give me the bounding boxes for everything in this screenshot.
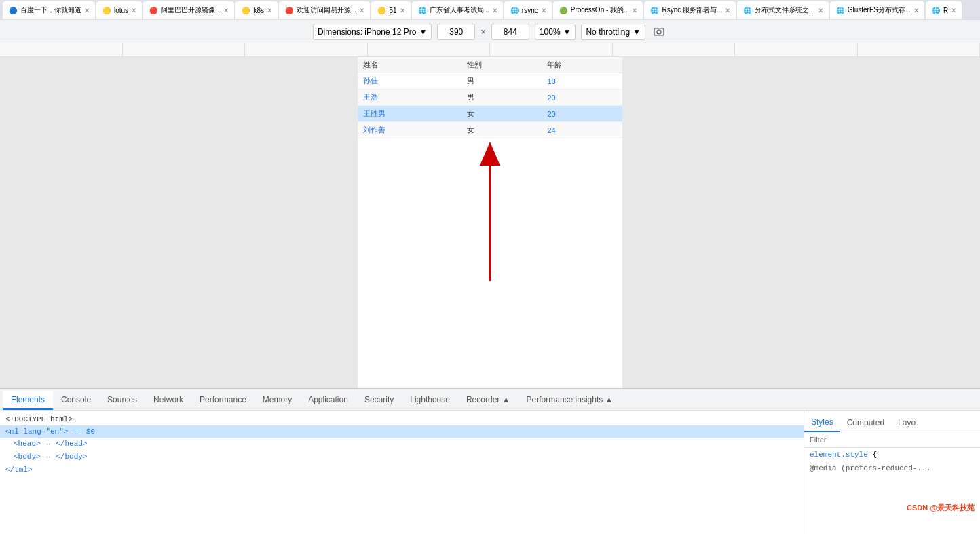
cell-age-3: 24 [542, 122, 622, 138]
tab-close-glusterfs[interactable]: ✕ [913, 7, 919, 14]
tab-memory[interactable]: Memory [255, 391, 300, 410]
devtools-toolbar: Dimensions: iPhone 12 Pro ▼ × 100% ▼ No … [0, 20, 980, 43]
phone-viewport: 姓名 性别 年龄 孙佳 男 18 王浩 男 20 王胜男 女 [358, 57, 622, 388]
tab-lighthouse[interactable]: Lighthouse [402, 391, 458, 410]
tab-sources[interactable]: Sources [99, 391, 145, 410]
tab-rsync[interactable]: 🌐 rsync ✕ [504, 1, 552, 19]
tab-guangdong[interactable]: 🌐 广东省人事考试局... ✕ [412, 1, 503, 19]
tab-close-r[interactable]: ✕ [951, 7, 956, 14]
tab-rsync2[interactable]: 🌐 Rsync 服务部署与... ✕ [644, 1, 736, 19]
tab-network[interactable]: Network [145, 391, 191, 410]
code-line-doctype: <!DOCTYPE html> [0, 413, 804, 425]
tab-close-alibaba[interactable]: ✕ [223, 7, 229, 14]
code-line-body[interactable]: <body> ↔ </body> [0, 451, 804, 463]
devtools-tabs: Elements Console Sources Network Perform… [0, 389, 980, 411]
tab-performance-insights-label: Performance insights ▲ [527, 395, 614, 404]
styles-filter-input[interactable] [810, 436, 975, 444]
red-arrow [470, 138, 510, 290]
throttling-select[interactable]: No throttling ▼ [581, 24, 645, 40]
code-line-head[interactable]: <head> ↔ </head> [0, 438, 804, 451]
tab-security-label: Security [364, 395, 394, 404]
devtools-styles-panel: Styles Computed Layo element.style { @me… [804, 411, 980, 534]
ruler-segment-3 [245, 43, 368, 56]
table-row: 孙佳 男 18 [358, 73, 622, 90]
tab-baidu[interactable]: 🔵 百度一下，你就知道 ✕ [3, 1, 95, 19]
tab-favicon-rsync2: 🌐 [649, 5, 659, 15]
width-input[interactable] [437, 24, 475, 40]
tab-r[interactable]: 🌐 R ✕ [926, 1, 962, 19]
col-header-name: 姓名 [358, 57, 461, 73]
tab-lotus[interactable]: 🟡 lotus ✕ [96, 1, 142, 19]
tab-console[interactable]: Console [53, 391, 99, 410]
tab-close-distributed[interactable]: ✕ [818, 7, 823, 14]
tab-distributed[interactable]: 🌐 分布式文件系统之... ✕ [737, 1, 828, 19]
height-input[interactable] [491, 24, 529, 40]
styles-filter-bar [804, 432, 980, 448]
tab-layout[interactable]: Layo [891, 413, 922, 432]
table-row-highlighted: 王胜男 女 20 [358, 106, 622, 122]
tab-favicon-k8s: 🟡 [241, 5, 250, 15]
tab-glusterfs[interactable]: 🌐 GlusterFS分布式存... ✕ [830, 1, 924, 19]
tab-favicon-rsync: 🌐 [510, 5, 519, 15]
dimensions-label: Dimensions: iPhone 12 Pro [318, 27, 416, 37]
dimensions-select[interactable]: Dimensions: iPhone 12 Pro ▼ [313, 24, 432, 40]
tab-favicon-baidu: 🔵 [8, 5, 18, 15]
tab-alibaba[interactable]: 🔴 阿里巴巴开源镜像... ✕ [143, 1, 234, 19]
ruler-segment-7 [735, 43, 858, 56]
cell-gender-3: 女 [461, 122, 542, 138]
devtools-content: <!DOCTYPE html> <ml lang="en"> == $0 <he… [0, 411, 980, 534]
tab-computed[interactable]: Computed [840, 413, 891, 432]
tab-close-rsync2[interactable]: ✕ [725, 7, 730, 14]
tab-label-lotus: lotus [114, 7, 128, 14]
tab-51[interactable]: 🟡 51 ✕ [371, 1, 410, 19]
tab-label-glusterfs: GlusterFS分布式存... [848, 5, 911, 15]
code-text-html: <ml lang="en"> == $0 [5, 425, 95, 438]
tab-application[interactable]: Application [300, 391, 356, 410]
tab-recorder-label: Recorder ▲ [466, 395, 510, 404]
tab-security[interactable]: Security [356, 391, 402, 410]
tab-wangyi[interactable]: 🔴 欢迎访问网易开源... ✕ [279, 1, 370, 19]
code-text-head: <head> ↔ </head> [14, 438, 87, 451]
tab-memory-label: Memory [263, 395, 292, 404]
code-line-html[interactable]: <ml lang="en"> == $0 [0, 425, 804, 438]
tab-close-processon[interactable]: ✕ [632, 7, 637, 14]
cell-gender-2: 女 [461, 106, 542, 122]
watermark: CSDN @景天科技苑 [907, 503, 975, 513]
ruler-segment-5 [490, 43, 613, 56]
zoom-select[interactable]: 100% ▼ [535, 24, 576, 40]
tab-close-k8s[interactable]: ✕ [267, 7, 272, 14]
zoom-chevron-icon: ▼ [563, 27, 571, 37]
tab-favicon-glusterfs: 🌐 [835, 5, 845, 15]
cell-name-2: 王胜男 [358, 106, 461, 122]
tab-performance-insights[interactable]: Performance insights ▲ [519, 391, 622, 410]
tab-label-r: R [943, 7, 948, 14]
tab-recorder[interactable]: Recorder ▲ [458, 391, 519, 410]
styles-media-text: @media (prefers-reduced-... [810, 464, 930, 472]
screenshot-icon[interactable] [651, 24, 667, 40]
tab-favicon-processon: 🟢 [559, 5, 568, 15]
cell-name-0: 孙佳 [358, 73, 461, 90]
tab-processon[interactable]: 🟢 ProcessOn - 我的... ✕ [553, 1, 643, 19]
tab-label-baidu: 百度一下，你就知道 [20, 5, 81, 15]
throttling-label: No throttling [586, 27, 630, 37]
code-line-html-close: </tml> [0, 463, 804, 476]
tab-styles-label: Styles [811, 417, 833, 427]
dimension-separator: × [480, 26, 486, 37]
tab-close-wangyi[interactable]: ✕ [359, 7, 364, 14]
tab-favicon-guangdong: 🌐 [417, 5, 427, 15]
tab-close-baidu[interactable]: ✕ [84, 7, 90, 14]
styles-media-rule: @media (prefers-reduced-... [804, 461, 980, 475]
tab-performance[interactable]: Performance [191, 391, 255, 410]
tab-elements[interactable]: Elements [3, 391, 53, 410]
tab-close-51[interactable]: ✕ [400, 7, 405, 14]
code-text-doctype: <!DOCTYPE html> [5, 413, 73, 425]
tab-console-label: Console [61, 395, 91, 404]
tab-styles[interactable]: Styles [804, 413, 840, 432]
tab-k8s[interactable]: 🟡 k8s ✕ [235, 1, 278, 19]
tab-label-processon: ProcessOn - 我的... [571, 5, 630, 15]
tab-close-guangdong[interactable]: ✕ [492, 7, 497, 14]
tab-layout-label: Layo [898, 418, 916, 427]
tab-close-rsync[interactable]: ✕ [541, 7, 546, 14]
tab-favicon-lotus: 🟡 [102, 5, 111, 15]
tab-close-lotus[interactable]: ✕ [131, 7, 136, 14]
